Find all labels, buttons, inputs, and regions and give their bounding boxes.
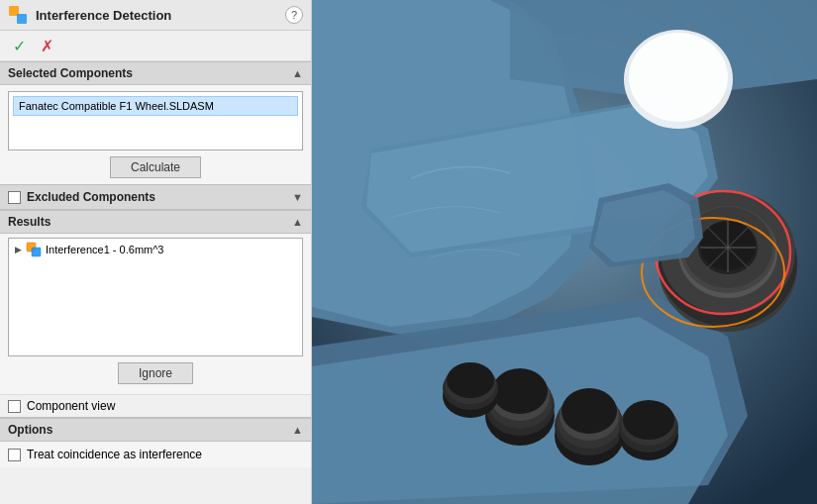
excluded-components-chevron: ▼ — [292, 191, 303, 203]
results-header[interactable]: Results ▲ — [0, 210, 311, 234]
options-header[interactable]: Options ▲ — [0, 418, 311, 442]
result-interference-icon — [26, 242, 42, 257]
results-chevron: ▲ — [292, 216, 303, 228]
options-body: Treat coincidence as interference — [0, 442, 311, 467]
ignore-btn-wrapper: Ignore — [8, 362, 303, 384]
svg-point-23 — [447, 362, 494, 398]
ignore-button[interactable]: Ignore — [118, 362, 193, 384]
treat-coincidence-checkbox[interactable] — [8, 449, 21, 461]
component-list-spacer — [13, 116, 298, 136]
component-view-checkbox[interactable] — [8, 400, 21, 413]
svg-point-10 — [492, 368, 548, 414]
result-item-label: Interference1 - 0.6mm^3 — [46, 244, 164, 255]
selected-components-title-group: Selected Components — [8, 66, 133, 80]
results-list[interactable]: ▶ Interference1 - 0.6mm^3 — [8, 238, 303, 356]
options-title-group: Options — [8, 423, 52, 437]
help-icon[interactable]: ? — [285, 6, 303, 24]
selected-components-header[interactable]: Selected Components ▲ — [0, 61, 311, 85]
excluded-components-label: Excluded Components — [27, 190, 155, 204]
options-chevron: ▲ — [292, 424, 303, 436]
excluded-components-header[interactable]: Excluded Components ▼ — [0, 184, 311, 210]
selected-components-body: Fanatec Compatible F1 Wheel.SLDASM Calcu… — [0, 85, 311, 184]
excluded-components-title-group: Excluded Components — [8, 190, 155, 204]
selected-components-chevron: ▲ — [292, 67, 303, 79]
treat-coincidence-label: Treat coincidence as interference — [27, 448, 202, 461]
right-panel — [312, 0, 817, 504]
result-item[interactable]: ▶ Interference1 - 0.6mm^3 — [9, 239, 302, 260]
cancel-button[interactable]: ✗ — [36, 35, 57, 56]
panel-body: Selected Components ▲ Fanatec Compatible… — [0, 61, 311, 504]
results-label: Results — [8, 215, 51, 229]
results-title-group: Results — [8, 215, 51, 229]
panel-header: Interference Detection ? — [0, 0, 311, 31]
options-label: Options — [8, 423, 52, 437]
selected-components-label: Selected Components — [8, 66, 133, 80]
confirm-button[interactable]: ✓ — [8, 35, 30, 56]
calculate-btn-wrapper: Calculate — [8, 156, 303, 178]
viewport-3d — [312, 0, 817, 504]
svg-rect-4 — [32, 248, 41, 256]
svg-point-39 — [629, 33, 728, 122]
component-view-label: Component view — [27, 399, 115, 413]
excluded-components-checkbox[interactable] — [8, 191, 21, 204]
interference-detection-icon — [8, 5, 28, 25]
result-expand-icon[interactable]: ▶ — [15, 245, 22, 254]
selected-component-item[interactable]: Fanatec Compatible F1 Wheel.SLDASM — [13, 96, 298, 116]
options-section: Options ▲ Treat coincidence as interfere… — [0, 417, 311, 467]
calculate-button[interactable]: Calculate — [110, 156, 201, 178]
left-panel: Interference Detection ? ✓ ✗ Selected Co… — [0, 0, 312, 504]
svg-rect-1 — [17, 14, 27, 24]
results-body: ▶ Interference1 - 0.6mm^3 Ignore — [0, 234, 311, 394]
toolbar: ✓ ✗ — [0, 31, 311, 61]
svg-point-15 — [562, 388, 617, 434]
selected-components-list[interactable]: Fanatec Compatible F1 Wheel.SLDASM — [8, 91, 303, 151]
svg-point-19 — [623, 400, 674, 440]
panel-title: Interference Detection — [36, 8, 277, 23]
component-view-row[interactable]: Component view — [0, 394, 311, 417]
option-row-coincidence[interactable]: Treat coincidence as interference — [8, 446, 303, 463]
